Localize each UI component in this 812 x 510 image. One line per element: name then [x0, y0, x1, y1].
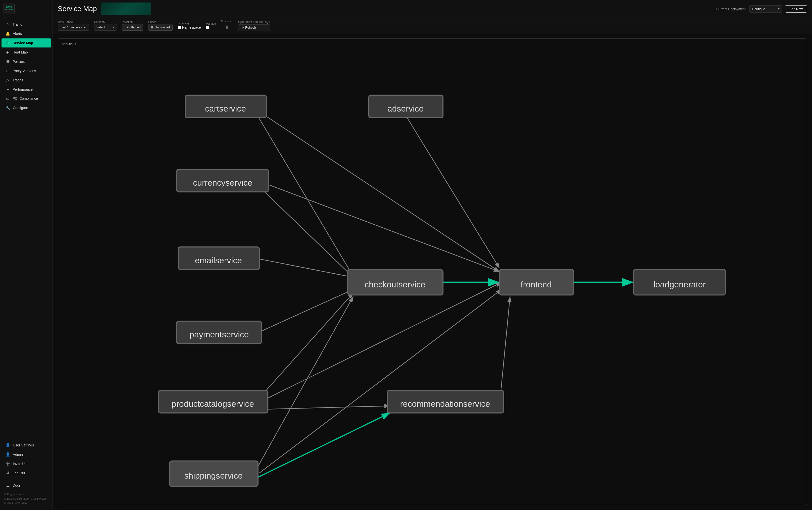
edge-reco-frontend	[499, 296, 510, 406]
admin-icon: 👤	[5, 452, 10, 457]
manage-checkbox[interactable]	[206, 26, 209, 29]
node-adservice[interactable]: adservice	[369, 95, 443, 118]
map-canvas: sboutique	[53, 33, 812, 510]
category-select[interactable]: Select...	[94, 24, 117, 31]
service-map-svg[interactable]: cartservice adservice currencyservice em…	[58, 39, 807, 505]
sidebar-item-pci-compliance[interactable]: ▭ PCI Compliance	[1, 94, 51, 103]
node-recommendationservice[interactable]: recommendationservice	[387, 390, 504, 413]
sidebar-item-heat-map[interactable]: ◈ Heat Map	[1, 48, 51, 57]
alerts-icon: 🔔	[5, 31, 10, 36]
edge-catalog-reco	[259, 406, 390, 409]
updated-group: Updated 6 seconds ago ↻ Refresh	[238, 20, 270, 31]
docs-label: Docs	[12, 483, 21, 487]
sidebar-item-configure[interactable]: 🔧 Configure	[1, 103, 51, 112]
sidebar-item-log-out[interactable]: ⏎ Log Out	[1, 469, 51, 478]
node-paymentservice[interactable]: paymentservice	[177, 321, 262, 344]
sidebar: LEAKSIGNAL 〜 Traffic 🔔 Alerts ⊞ Service …	[0, 0, 53, 510]
add-new-button[interactable]: Add New	[785, 5, 807, 12]
sidebar-item-traffic[interactable]: 〜 Traffic	[1, 20, 51, 29]
svg-text:emailservice: emailservice	[195, 255, 242, 265]
toolbar: Time Range Last 15 minutes ▼ Category Se…	[53, 18, 812, 33]
namespace-checkbox[interactable]	[178, 26, 181, 29]
category-group: Category Select... ▼	[94, 20, 117, 31]
logo-icon: LEAKSIGNAL	[3, 3, 14, 14]
deployment-label: Current Deployment:	[716, 7, 747, 11]
time-range-button[interactable]: Last 15 minutes ▼	[58, 24, 89, 31]
sidebar-item-service-map-label: Service Map	[12, 41, 33, 45]
node-loadgenerator[interactable]: loadgenerator	[634, 270, 725, 295]
performance-icon: ≡	[5, 87, 10, 91]
deployment-select-wrapper: Boutique ▼	[749, 5, 782, 12]
user-icon: 👤	[5, 443, 10, 448]
sidebar-item-proxy-versions[interactable]: ◻ Proxy Versions	[1, 66, 51, 75]
svg-text:loadgenerator: loadgenerator	[654, 280, 706, 289]
sidebar-item-proxy-label: Proxy Versions	[12, 69, 36, 73]
grouping-group: Grouping Namespace	[178, 22, 201, 29]
footer-line1: ⊙ Pages Router	[4, 492, 49, 497]
grouping-checkbox-group: Namespace	[178, 25, 201, 29]
sidebar-item-traffic-label: Traffic	[12, 22, 22, 26]
svg-text:adservice: adservice	[387, 104, 424, 113]
node-productcatalogservice[interactable]: productcatalogservice	[158, 390, 268, 413]
sidebar-item-pci-label: PCI Compliance	[12, 96, 38, 101]
sidebar-item-traces[interactable]: △ Traces	[1, 76, 51, 85]
logout-label: Log Out	[12, 471, 25, 475]
page-title: Service Map	[58, 5, 97, 13]
manage-label: Manage	[206, 22, 216, 25]
edges-icon: ⊞	[151, 26, 153, 29]
edge-cart-checkout	[256, 113, 354, 279]
sidebar-item-alerts[interactable]: 🔔 Alerts	[1, 29, 51, 38]
sidebar-item-admin[interactable]: 👤 Admin	[1, 450, 51, 459]
node-checkoutservice[interactable]: checkoutservice	[348, 270, 443, 295]
node-shippingservice[interactable]: shippingservice	[170, 461, 258, 486]
edge-currency-checkout	[256, 183, 354, 279]
sidebar-item-performance[interactable]: ≡ Performance	[1, 85, 51, 94]
namespace-label: sboutique	[62, 42, 76, 46]
category-select-wrapper: Select... ▼	[94, 24, 117, 31]
direction-button[interactable]: ↑ Outbound	[122, 24, 143, 31]
edge-shipping-frontend	[259, 289, 501, 473]
refresh-label: Refresh	[245, 26, 256, 29]
node-currencyservice[interactable]: currencyservice	[177, 169, 268, 192]
refresh-icon: ↻	[241, 26, 244, 29]
configure-icon: 🔧	[5, 106, 10, 110]
sidebar-item-performance-label: Performance	[12, 87, 33, 91]
edges-value: Ungrouped	[155, 26, 170, 29]
traffic-icon: 〜	[5, 22, 10, 27]
sidebar-bottom: 👤 User Settings 👤 Admin ➕ Invite User ⏎ …	[0, 437, 53, 510]
download-label: Download	[221, 20, 233, 23]
node-frontend[interactable]: frontend	[499, 270, 574, 295]
deployment-select[interactable]: Boutique	[749, 5, 782, 12]
grouping-label: Grouping	[178, 22, 201, 25]
manage-group: Manage	[206, 22, 216, 29]
svg-text:recommendationservice: recommendationservice	[400, 399, 490, 408]
svg-text:currencyservice: currencyservice	[193, 178, 252, 188]
grouping-value[interactable]: Namespace	[182, 25, 201, 29]
refresh-button[interactable]: ↻ Refresh	[238, 24, 270, 31]
svg-text:productcatalogservice: productcatalogservice	[172, 399, 254, 408]
time-range-label: Time Range	[58, 20, 89, 23]
time-range-chevron: ▼	[83, 26, 86, 29]
sidebar-item-policies[interactable]: ☰ Policies	[1, 57, 51, 66]
sidebar-item-user-settings[interactable]: 👤 User Settings	[1, 441, 51, 450]
main-content: Service Map Current Deployment: Boutique…	[53, 0, 812, 510]
edge-email-checkout	[252, 257, 353, 277]
sidebar-item-invite-user[interactable]: ➕ Invite User	[1, 459, 51, 468]
map-container[interactable]: sboutique	[58, 38, 807, 505]
node-cartservice[interactable]: cartservice	[185, 95, 266, 118]
service-map-icon: ⊞	[5, 41, 10, 45]
edges-label: Edges	[148, 20, 172, 23]
policies-icon: ☰	[5, 59, 10, 64]
node-emailservice[interactable]: emailservice	[178, 247, 259, 270]
download-button[interactable]: ⬇	[221, 24, 233, 31]
sidebar-item-docs[interactable]: ☰ Docs	[1, 481, 51, 490]
edges-group: Edges ⊞ Ungrouped	[148, 20, 172, 31]
sidebar-item-service-map[interactable]: ⊞ Service Map	[1, 38, 51, 48]
docs-icon: ☰	[5, 483, 10, 488]
edges-button[interactable]: ⊞ Ungrouped	[148, 24, 172, 31]
sidebar-item-policies-label: Policies	[12, 60, 25, 63]
time-range-group: Time Range Last 15 minutes ▼	[58, 20, 89, 31]
time-range-value: Last 15 minutes	[61, 26, 82, 29]
direction-label: Direction	[122, 20, 143, 23]
edge-currency-frontend	[256, 180, 499, 272]
